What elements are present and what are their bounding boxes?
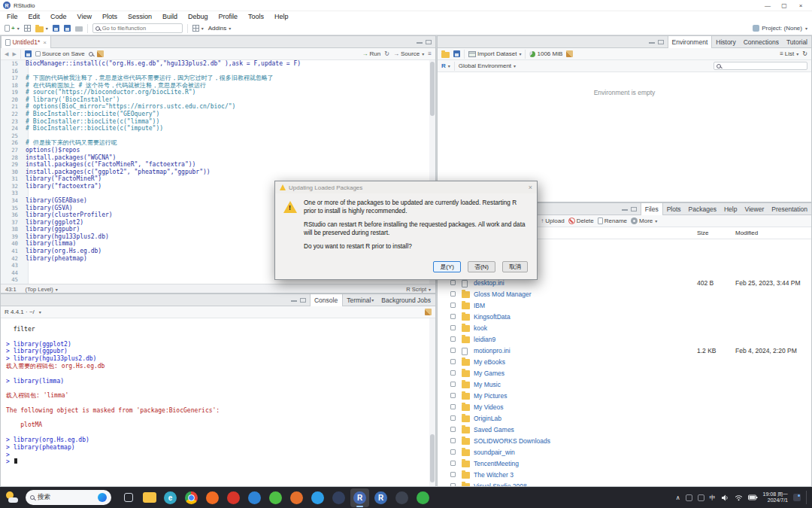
new-file-button[interactable]: +▾	[5, 25, 20, 32]
taskbar-app-netease-music[interactable]	[224, 488, 243, 507]
taskbar-app-edge[interactable]: e	[161, 488, 180, 507]
taskbar-app-r[interactable]: R	[371, 488, 390, 507]
taskbar-app-app-orange[interactable]	[287, 488, 306, 507]
modified-column-header[interactable]: Modified	[735, 230, 758, 236]
file-row[interactable]: kook	[438, 323, 811, 334]
taskbar-app-app-dark[interactable]	[392, 488, 411, 507]
upload-button[interactable]: ↑Upload	[541, 217, 564, 224]
file-checkbox[interactable]	[450, 348, 456, 353]
file-checkbox[interactable]	[450, 393, 456, 398]
minimize-pane-icon[interactable]	[417, 42, 423, 44]
console-tab[interactable]: Terminal▾	[343, 294, 377, 306]
file-name[interactable]: My Games	[474, 370, 504, 377]
file-row[interactable]: IBM	[438, 300, 811, 312]
file-checkbox[interactable]	[450, 382, 456, 387]
files-tab[interactable]: Presentation	[768, 203, 811, 214]
environment-tab[interactable]: Connections	[740, 36, 783, 47]
file-name[interactable]: TencentMeeting	[474, 460, 519, 467]
ime-indicator[interactable]: 中	[710, 494, 716, 502]
back-button[interactable]: ◀	[5, 51, 8, 57]
save-all-button[interactable]	[64, 25, 71, 32]
file-checkbox[interactable]	[450, 449, 456, 455]
save-button[interactable]	[53, 25, 59, 32]
language-selector[interactable]: R▾	[441, 62, 450, 69]
file-row[interactable]: KingsoftData	[438, 312, 811, 323]
open-file-button[interactable]: ▾	[35, 25, 48, 32]
environment-scope-selector[interactable]: Global Environment▾	[459, 62, 516, 69]
file-name[interactable]: My eBooks	[474, 358, 505, 366]
taskbar-app-rstudio[interactable]: R	[350, 488, 369, 507]
delete-button[interactable]: Delete	[568, 217, 594, 224]
menu-item[interactable]: Edit	[23, 13, 46, 20]
taskbar-app-file-explorer[interactable]	[140, 488, 159, 507]
print-button[interactable]	[75, 25, 83, 32]
file-checkbox[interactable]	[450, 291, 456, 297]
forward-button[interactable]: ▶	[12, 51, 16, 57]
dialog-titlebar[interactable]: Updating Loaded Packages ×	[275, 181, 537, 193]
code-line[interactable]: 25	[1, 132, 435, 140]
menu-item[interactable]: File	[2, 13, 23, 20]
files-tab[interactable]: Plots	[663, 203, 685, 214]
cancel-button[interactable]: 取消	[502, 261, 528, 272]
file-name[interactable]: My Music	[474, 381, 501, 388]
rename-button[interactable]: Rename	[598, 217, 627, 224]
file-row[interactable]: soundpair_win	[438, 447, 811, 458]
maximize-button[interactable]: ▢	[776, 0, 792, 11]
taskbar-app-chrome[interactable]	[182, 488, 201, 507]
clock[interactable]: 19:08 周一 2024/7/1	[763, 491, 788, 504]
file-row[interactable]: Saved Games	[438, 424, 811, 436]
file-checkbox[interactable]	[450, 314, 456, 319]
new-project-button[interactable]	[24, 25, 31, 32]
menu-item[interactable]: Debug	[183, 13, 214, 20]
file-name[interactable]: The Witcher 3	[474, 471, 514, 479]
environment-tab[interactable]: Tutorial	[783, 36, 811, 47]
close-button[interactable]: ×	[792, 0, 809, 11]
code-line[interactable]: 27options()$repos	[1, 147, 435, 154]
file-row[interactable]: Gloss Mod Manager	[438, 289, 811, 300]
file-checkbox[interactable]	[450, 325, 456, 330]
refresh-button[interactable]: ↻	[802, 50, 807, 57]
menu-item[interactable]: Help	[269, 13, 294, 20]
file-name[interactable]: SOLIDWORKS Downloads	[474, 437, 550, 445]
file-name[interactable]: My Videos	[474, 403, 504, 411]
taskbar-search[interactable]: 搜索	[26, 490, 111, 505]
code-line[interactable]: 15BiocManager::install(c("org.Hs.eg.db",…	[1, 60, 435, 68]
file-name[interactable]: leidian9	[474, 336, 495, 343]
code-line[interactable]: 30install.packages(c("ggplot2", "pheatma…	[1, 169, 435, 176]
file-name[interactable]: My Pictures	[474, 392, 507, 400]
save-workspace-icon[interactable]	[453, 50, 460, 57]
file-name[interactable]: OriginLab	[474, 415, 501, 422]
find-replace-icon[interactable]	[89, 52, 93, 56]
code-line[interactable]: 28install.packages("WGCNA")	[1, 154, 435, 162]
environment-tab[interactable]: History	[712, 36, 739, 47]
file-name[interactable]: kook	[474, 324, 487, 332]
console-tab[interactable]: Console	[310, 294, 343, 306]
tab-close-icon[interactable]: ×	[43, 39, 47, 46]
file-checkbox[interactable]	[450, 370, 456, 376]
file-checkbox[interactable]	[450, 427, 456, 432]
file-row[interactable]: My eBooks	[438, 357, 811, 368]
clear-objects-icon[interactable]	[566, 50, 573, 57]
scope-selector[interactable]: (Top Level)▾	[26, 286, 58, 293]
goto-file-input[interactable]	[102, 25, 177, 32]
code-line[interactable]: 19# source("https://bioconductor.org/bio…	[1, 89, 435, 96]
menu-item[interactable]: Tools	[243, 13, 269, 20]
source-tab[interactable]: Untitled1* ×	[1, 36, 51, 48]
file-row[interactable]: leidian9	[438, 334, 811, 345]
maximize-pane-icon[interactable]	[300, 298, 306, 303]
taskbar-app-steam[interactable]	[329, 488, 348, 507]
file-name[interactable]: Gloss Mod Manager	[474, 291, 532, 298]
environment-search-input[interactable]	[723, 62, 798, 69]
code-line[interactable]: 29install.packages(c("FactoMineR", "fact…	[1, 161, 435, 169]
menu-item[interactable]: View	[72, 13, 97, 20]
taskbar-app-dingtalk[interactable]	[308, 488, 327, 507]
file-name[interactable]: desktop.ini	[474, 279, 504, 287]
volume-icon[interactable]	[721, 494, 729, 501]
file-checkbox[interactable]	[450, 359, 456, 364]
files-tab[interactable]: Files	[641, 203, 663, 215]
file-name[interactable]: soundpair_win	[474, 449, 515, 456]
clear-console-icon[interactable]	[425, 309, 432, 315]
file-name[interactable]: KingsoftData	[474, 313, 511, 321]
file-row[interactable]: My Videos	[438, 402, 811, 413]
import-dataset-button[interactable]: Import Dataset▾	[468, 50, 521, 57]
